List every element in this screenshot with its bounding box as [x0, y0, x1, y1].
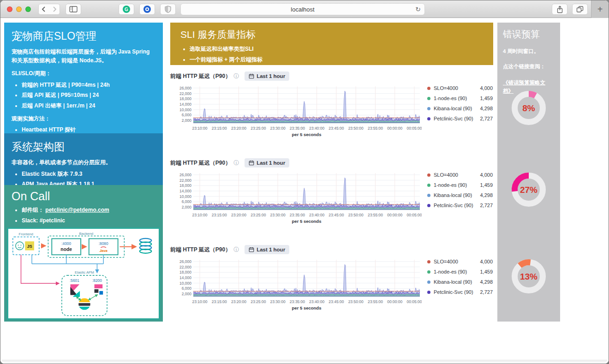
x-axis-tick-label: 23:40:00: [309, 126, 324, 131]
legend-item[interactable]: Petclinic-Svc (90)2,727: [427, 116, 493, 121]
info-icon[interactable]: ⓘ: [233, 72, 239, 80]
x-axis-tick-label: 23:20:00: [231, 126, 246, 131]
info-icon[interactable]: ⓘ: [233, 159, 239, 167]
legend-item[interactable]: Petclinic-Svc (90)2,727: [427, 203, 493, 208]
legend-item[interactable]: Petclinic-Svc (90)2,727: [427, 289, 493, 295]
donut-arc: [519, 262, 530, 265]
list-item: Elastic Stack 版本 7.9.3: [22, 171, 155, 178]
sidebar-toggle-button[interactable]: [66, 4, 81, 15]
legend-item[interactable]: Kibana-local (90)4,298: [427, 279, 493, 285]
legend-item[interactable]: Kibana-local (90)4,298: [427, 192, 493, 198]
y-axis-tick-label: 18,000: [179, 270, 191, 274]
donut-percentage: 13%: [520, 272, 537, 281]
grammarly-icon: G: [122, 5, 131, 13]
legend-dot: [427, 260, 430, 263]
chart-title: 前端 HTTP 延迟（P90）: [170, 159, 231, 167]
x-axis-tick-label: 23:35:00: [290, 213, 305, 217]
list-item: 选取延迟和出错率类型SLI: [190, 45, 483, 53]
charts-column: 前端 HTTP 延迟（P90） ⓘ Last 1 hour 26,00022,0…: [170, 71, 493, 331]
latency-chart[interactable]: 26,00022,00018,00014,00010,0006,0002,000…: [170, 257, 422, 317]
shield-extension-button[interactable]: [160, 4, 176, 15]
donut-percentage: 8%: [522, 103, 535, 113]
x-axis-tick-label: 23:10:00: [192, 299, 207, 304]
svg-text:G: G: [125, 7, 128, 12]
legend-item[interactable]: SLO=40004,000: [427, 172, 493, 178]
error-budget-window: 4 周时间窗口。: [503, 48, 555, 55]
legend-label: SLO=4000: [434, 85, 480, 91]
legend-dot: [427, 97, 430, 100]
time-range-button[interactable]: Last 1 hour: [245, 72, 289, 81]
series-kibana-local-line: [193, 91, 420, 119]
legend-item[interactable]: Kibana-local (90)4,298: [427, 106, 493, 111]
legend-value: 1,459: [480, 95, 493, 101]
java-port-label: :8080: [99, 241, 108, 246]
x-axis-tick-label: 23:40:00: [309, 213, 324, 217]
series-kibana-local-line: [193, 264, 420, 293]
time-range-button[interactable]: Last 1 hour: [245, 158, 289, 167]
sli-label: SLI/SLO/周期：: [12, 69, 155, 78]
legend-dot: [427, 291, 430, 294]
forward-button[interactable]: [49, 4, 60, 15]
legend-label: Kibana-local (90): [434, 106, 480, 111]
x-axis-tick-label: 23:15:00: [212, 126, 227, 131]
legend-value: 1,459: [480, 269, 493, 274]
chart-title: 前端 HTTP 延迟（P90）: [170, 246, 231, 254]
reload-icon[interactable]: ↻: [415, 5, 421, 13]
x-axis-tick-label: 23:10:00: [192, 126, 207, 131]
address-bar[interactable]: localhost ↻: [180, 3, 425, 15]
share-button[interactable]: [552, 4, 567, 15]
node-port-label: :4000: [61, 241, 71, 246]
calendar-icon: [249, 160, 254, 166]
email-label: 邮件组：: [22, 207, 44, 213]
new-tab-button[interactable]: +: [591, 0, 609, 18]
legend-item[interactable]: 1-node-es (90)1,459: [427, 95, 493, 101]
latency-chart[interactable]: 26,00022,00018,00014,00010,0006,0002,000…: [170, 84, 422, 143]
grammarly-extension-button[interactable]: G: [119, 4, 134, 15]
x-axis-label: per 5 seconds: [292, 305, 322, 310]
url-text: localhost: [291, 6, 314, 13]
y-axis-tick-label: 2,000: [182, 292, 192, 296]
x-axis-tick-label: 23:55:00: [368, 299, 383, 304]
x-axis-tick-label: 00:00:00: [387, 213, 402, 217]
legend-item[interactable]: SLO=40004,000: [427, 259, 493, 264]
x-axis-tick-label: 23:20:00: [231, 213, 246, 217]
legend-dot: [427, 184, 430, 187]
list-item: 后端 API 延迟 | P95=10ms | 24: [22, 92, 155, 99]
list-item: 一个前端指标 + 两个后端指标: [190, 56, 483, 64]
y-axis-tick-label: 26,000: [179, 86, 191, 90]
chart-row: 26,00022,00018,00014,00010,0006,0002,000…: [170, 84, 493, 143]
legend-value: 4,000: [480, 259, 493, 264]
latency-chart[interactable]: 26,00022,00018,00014,00010,0006,0002,000…: [170, 170, 422, 230]
y-axis-tick-label: 22,000: [179, 178, 191, 183]
legend-item[interactable]: 1-node-es (90)1,459: [427, 269, 493, 274]
back-button[interactable]: [38, 4, 49, 15]
legend-value: 1,459: [480, 182, 493, 188]
legend-label: Kibana-local (90): [434, 279, 480, 285]
panel-error-budget: 错误预算 4 周时间窗口。 点这个链接查阅： 《错误预算策略文档》 8% 27%…: [497, 23, 560, 322]
minimize-window-button[interactable]: [16, 6, 22, 12]
browser-window: G localhost ↻: [0, 0, 609, 364]
kibana-port-label: :5601: [70, 279, 79, 283]
series-kibana-local-line: [193, 178, 420, 206]
x-axis-tick-label: 23:25:00: [251, 299, 266, 304]
legend-item[interactable]: 1-node-es (90)1,459: [427, 182, 493, 188]
time-range-button[interactable]: Last 1 hour: [245, 245, 289, 254]
email-link[interactable]: petclinic@petdemo.com: [45, 207, 109, 213]
list-item: 邮件组： petclinic@petdemo.com: [22, 207, 155, 214]
info-icon[interactable]: ⓘ: [233, 246, 239, 254]
chart-row: 26,00022,00018,00014,00010,0006,0002,000…: [170, 257, 493, 317]
x-axis-tick-label: 00:00:00: [387, 299, 402, 304]
legend-value: 4,000: [480, 85, 493, 91]
y-axis-tick-label: 2,000: [182, 205, 192, 209]
close-window-button[interactable]: [7, 6, 12, 12]
tab-overview-button[interactable]: [572, 4, 588, 15]
legend-item[interactable]: SLO=40004,000: [427, 85, 493, 91]
error-budget-hint: 点这个链接查阅：: [503, 63, 555, 70]
x-axis-tick-label: 23:35:00: [290, 126, 305, 131]
zoom-window-button[interactable]: [25, 6, 31, 12]
blue-extension-button[interactable]: [139, 4, 155, 15]
horizontal-scrollbar[interactable]: [2, 360, 607, 363]
legend-label: Kibana-local (90): [434, 192, 480, 198]
chart-legend: SLO=40004,0001-node-es (90)1,459Kibana-l…: [427, 257, 493, 317]
x-axis-tick-label: 23:30:00: [270, 299, 286, 304]
